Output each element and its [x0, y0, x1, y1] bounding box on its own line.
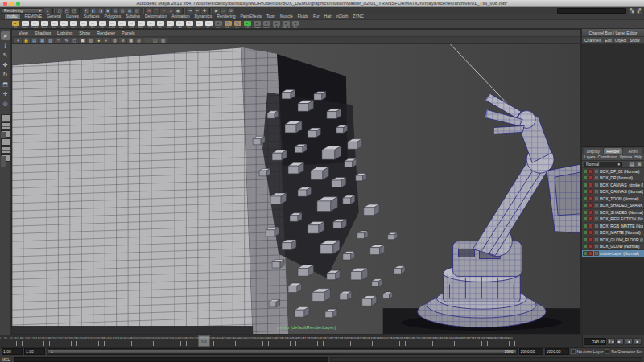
panel-menu-renderer[interactable]: Renderer [97, 31, 115, 35]
render-layer-row[interactable]: BOX_REFLECTION (Normal) [582, 216, 644, 224]
layer-renderable-toggle[interactable] [583, 230, 588, 235]
layer-lock-icon[interactable]: ▤ [629, 162, 635, 167]
move-tool[interactable]: ✥ [1, 60, 10, 69]
layer-swatch[interactable] [594, 237, 599, 242]
render-current-frame-icon[interactable]: ▶ [213, 8, 220, 14]
blend-mode-dropdown[interactable]: Normal ▾ [584, 162, 622, 167]
shelf-button-ft[interactable]: ▭FT [195, 21, 203, 29]
character-set-toggle[interactable] [605, 349, 609, 354]
layout-preset-button-3[interactable] [1, 130, 10, 138]
shelf-button-dis[interactable]: ✎Dis [185, 21, 193, 29]
shelf-tab-toon[interactable]: Toon [266, 14, 275, 19]
camera-lock-icon[interactable]: 🔒 [23, 38, 30, 43]
render-layer-row[interactable]: BOX_GLOW_FLOOR (Normal) [582, 237, 644, 244]
shadows-icon[interactable]: ◐ [103, 38, 110, 43]
menu-set-dropdown[interactable]: Rendering ▾ [2, 8, 43, 14]
shelf-tab-animation[interactable]: Animation [171, 14, 189, 19]
layer-tab-display[interactable]: Display [584, 148, 603, 154]
shelf-button-bbx[interactable]: ▭BBX [137, 21, 145, 29]
screen-space-ao-icon[interactable]: ◍ [111, 38, 118, 43]
range-slider-bar[interactable]: 1 1900 [47, 348, 518, 355]
shelf-button-shake[interactable]: ◆shake [253, 21, 261, 29]
shelf-tab-fluids[interactable]: Fluids [298, 14, 308, 19]
layer-visibility-toggle[interactable] [588, 216, 593, 221]
multisample-aa-icon[interactable]: ▩ [127, 38, 134, 43]
scale-tool[interactable]: ⬒ [1, 80, 10, 88]
xray-icon[interactable]: ◫ [151, 38, 159, 43]
layer-swatch[interactable] [594, 169, 599, 174]
universal-manipulator-tool[interactable]: ✛ [1, 89, 10, 98]
shelf-button-bv[interactable]: ▭BV [156, 21, 164, 29]
panel-menu-panels[interactable]: Panels [122, 31, 135, 35]
wireframe-on-shaded-icon[interactable]: ▥ [159, 38, 167, 43]
rotate-tool[interactable]: ↻ [1, 70, 10, 79]
layer-tab-anim[interactable]: Anim [623, 148, 642, 154]
render-layer-row[interactable]: BOX_GLOW (Normal) [582, 244, 644, 251]
render-layer-row[interactable]: BOX_SHADED_SPANK (Normal) [582, 203, 644, 210]
layer-renderable-toggle[interactable] [583, 203, 588, 208]
character-set-label[interactable]: No Character Set [611, 349, 642, 354]
shelf-button-cm[interactable]: 🐾cm [233, 21, 242, 29]
snap-to-plane-icon[interactable]: ⊿ [167, 8, 174, 14]
current-time-field[interactable]: 743.00 [584, 338, 606, 345]
shelf-tab-zync[interactable]: ZYNC [353, 14, 364, 19]
layer-visibility-toggle[interactable] [588, 224, 593, 228]
snap-to-point-icon[interactable]: ⊹ [160, 8, 167, 14]
animation-end-field[interactable]: 1900.00 [545, 348, 569, 355]
select-by-hierarchy-icon[interactable]: ◩ [83, 8, 89, 14]
layer-renderable-toggle[interactable] [583, 244, 588, 249]
snap-to-curve-icon[interactable]: ⌒ [153, 8, 159, 14]
shelf-button-sel[interactable]: ▭Sel [60, 21, 68, 29]
channel-box-header[interactable]: Channel Box / Layer Editor [582, 29, 644, 37]
shelf-button-crv[interactable]: ◆crv [214, 21, 222, 29]
panel-menu-lighting[interactable]: Lighting [57, 31, 72, 35]
layout-preset-button-6[interactable] [1, 154, 10, 162]
shelf-tab-deformation[interactable]: Deformation [145, 14, 167, 19]
playback-start-field[interactable]: 1.00 [24, 348, 45, 355]
layer-renderable-toggle[interactable] [583, 224, 588, 228]
construction-history-icon[interactable]: ✚ [201, 8, 208, 14]
viewport-3d-scene[interactable]: persp (defaultRenderLayer) [12, 44, 580, 334]
layer-swatch[interactable] [594, 210, 599, 215]
shelf-tab-curves[interactable]: Curves [66, 14, 79, 19]
textured-icon[interactable]: ▨ [87, 38, 94, 43]
shelf-tab-rendering[interactable]: Rendering [217, 14, 235, 19]
snap-to-grid-icon[interactable]: ⊞ [146, 8, 152, 14]
shelf-button-pc[interactable]: ▭PC [147, 21, 155, 29]
channel-box-menu-edit[interactable]: Edit [605, 38, 612, 43]
render-layer-row[interactable]: BOX_RGB_MATTE (Normal) [582, 223, 644, 230]
quick-selection-input[interactable] [557, 8, 626, 14]
show-attribute-editor-icon[interactable]: ▞ [636, 8, 642, 14]
render-layer-row[interactable]: BOX_DP (Normal) [582, 175, 644, 183]
anim-layer-label[interactable]: No Anim Layer [577, 349, 604, 354]
render-layer-row[interactable]: BOX_TOON (Normal) [582, 195, 644, 203]
render-layer-row[interactable]: BOX_SHADED (Normal) [582, 209, 644, 216]
shelf-button-mocv[interactable]: ◆mocv [262, 21, 270, 29]
new-render-layer-icon[interactable]: ⊞ [636, 162, 642, 167]
command-input[interactable] [14, 357, 328, 362]
camera-select-icon[interactable]: ⌖ [14, 38, 22, 43]
channel-box-menu-show[interactable]: Show [630, 38, 640, 43]
layer-menu-help[interactable]: Help [634, 155, 642, 159]
layer-renderable-toggle[interactable] [583, 237, 588, 242]
make-live-icon[interactable]: ◉ [175, 8, 181, 14]
shelf-button-sel[interactable]: ▭Sel [89, 21, 97, 29]
ipr-render-icon[interactable]: ▷ [221, 8, 227, 14]
shelf-button-vis[interactable]: ▭Vis [50, 21, 58, 29]
layer-menu-layers[interactable]: Layers [584, 155, 596, 159]
layer-swatch[interactable] [594, 224, 599, 228]
camera-attributes-icon[interactable]: ▤ [31, 38, 38, 43]
isolate-select-icon[interactable]: ◌ [143, 38, 151, 43]
layer-visibility-toggle[interactable] [588, 183, 593, 187]
shelf-button-lig[interactable]: ▭Lig [118, 21, 126, 29]
shelf-button-dir[interactable]: ▭DIR [127, 21, 135, 29]
smooth-shade-icon[interactable]: ◼ [79, 38, 86, 43]
go-to-start-button[interactable]: ❙◀ [607, 338, 615, 345]
playback-end-field[interactable]: 1900.00 [519, 348, 543, 355]
layer-visibility-toggle[interactable] [588, 244, 593, 249]
layer-swatch[interactable] [594, 196, 599, 201]
mask-surfaces-icon[interactable]: ▦ [126, 8, 133, 14]
shelf-button-vim[interactable]: ▭VIM [166, 21, 174, 29]
shelf-tab-subdivs[interactable]: Subdivs [126, 14, 140, 19]
use-all-lights-icon[interactable]: ● [95, 38, 102, 43]
